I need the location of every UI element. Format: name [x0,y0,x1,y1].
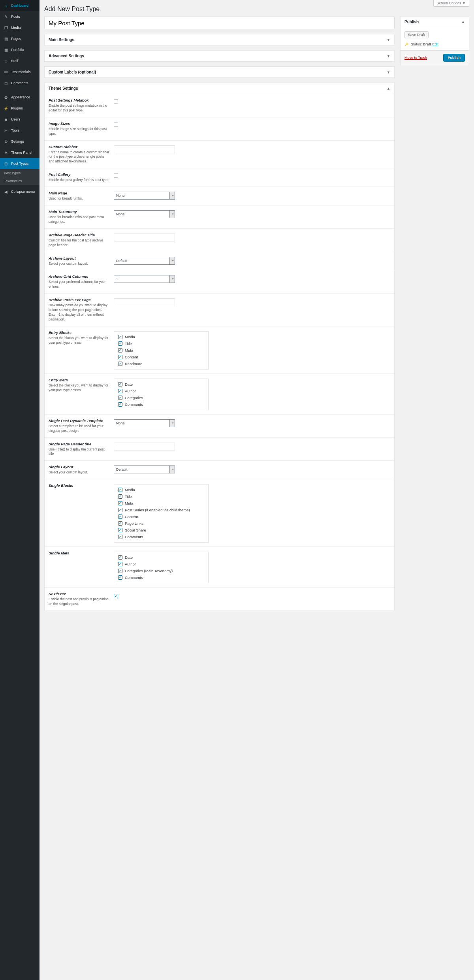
panel-header-advanced[interactable]: Advanced Settings ▼ [45,51,394,61]
checkbox-item[interactable]: Content [118,514,204,519]
text-input[interactable] [114,298,175,306]
checkbox[interactable] [118,575,122,580]
select-input[interactable]: Default [114,466,175,473]
move-to-trash-link[interactable]: Move to Trash [404,56,427,60]
field-row: Post GalleryEnable the post gallery for … [45,168,394,187]
sidebar-item-settings[interactable]: ⚙Settings [0,136,40,147]
chevron-down-icon: ▼ [387,38,390,42]
checkbox-item[interactable]: Title [118,341,204,346]
checkbox[interactable] [118,555,122,560]
checkbox-item[interactable]: Social Share [118,528,204,532]
sidebar-sub-post-types[interactable]: Post Types [0,169,40,177]
checkbox[interactable] [118,396,122,400]
checkbox-item[interactable]: Content [118,355,204,359]
checkbox[interactable] [114,99,118,104]
checkbox-item[interactable]: Post Series (if enabled via child theme) [118,508,204,512]
checkbox[interactable] [114,122,118,127]
checkbox[interactable] [118,389,122,393]
select-input[interactable]: None [114,419,175,427]
select-input[interactable]: 1 [114,275,175,283]
field-desc: Select your custom layout. [49,262,110,266]
sidebar-item-dashboard[interactable]: ⌂Dashboard [0,0,40,11]
checkbox-item[interactable]: Categories (Main Taxonomy) [118,569,204,573]
sidebar-item-staff[interactable]: ☺Staff [0,55,40,66]
checkbox[interactable] [118,341,122,346]
post-title-input[interactable] [44,17,395,29]
checkbox[interactable] [118,521,122,526]
checkbox[interactable] [118,501,122,505]
checkbox[interactable] [118,348,122,352]
sidebar-item-plugins[interactable]: ⚡Plugins [0,103,40,114]
field-title: Archive Page Header Title [49,233,110,237]
field-row: Main TaxonomyUsed for breadcrumbs and po… [45,205,394,229]
text-input[interactable] [114,145,175,153]
checkbox-item[interactable]: Date [118,555,204,560]
checkbox-item[interactable]: Comments [118,535,204,539]
field-desc: Select the blocks you want to display fo… [49,336,110,345]
checkbox-item[interactable]: Media [118,335,204,339]
panel-header-labels[interactable]: Custom Labels (optional) ▼ [45,67,394,77]
checkbox[interactable] [118,382,122,386]
field-row: Single LayoutSelect your custom layout.D… [45,461,394,479]
panel-header-main[interactable]: Main Settings ▼ [45,34,394,45]
field-desc: Enable the post gallery for this post ty… [49,178,110,183]
select-input[interactable]: None [114,192,175,200]
sidebar-item-appearance[interactable]: ✿Appearance [0,92,40,103]
checkbox[interactable] [118,528,122,532]
sidebar-item-portfolio[interactable]: ▦Portfolio [0,44,40,55]
publish-header[interactable]: Publish ▲ [401,17,469,27]
select-input[interactable]: None [114,210,175,218]
sidebar-item-comments[interactable]: ◻Comments [0,77,40,89]
checkbox[interactable] [114,594,118,598]
checkbox-item[interactable]: Title [118,494,204,499]
checkbox[interactable] [118,355,122,359]
menu-icon: ▤ [3,36,9,41]
checkbox[interactable] [118,569,122,573]
select-input[interactable]: Default [114,257,175,265]
checkbox[interactable] [118,535,122,539]
sidebar-item-tools[interactable]: ✄Tools [0,125,40,136]
publish-metabox: Publish ▲ Save Draft 🔑 Status: Draft Edi… [400,17,469,65]
checkbox[interactable] [118,514,122,519]
sidebar-item-posts[interactable]: ✎Posts [0,11,40,22]
sidebar-item-users[interactable]: ☻Users [0,114,40,125]
screen-options-button[interactable]: Screen Options ▼ [433,0,469,7]
checkbox-list: MediaTitleMetaPost Series (if enabled vi… [114,484,209,543]
sidebar-item-media[interactable]: ❐Media [0,22,40,33]
checkbox-item[interactable]: Comments [118,575,204,580]
sidebar-item-pages[interactable]: ▤Pages [0,33,40,44]
edit-status-link[interactable]: Edit [433,42,439,46]
checkbox-item[interactable]: Date [118,382,204,386]
checkbox-item[interactable]: Readmore [118,362,204,366]
save-draft-button[interactable]: Save Draft [404,31,429,38]
checkbox[interactable] [118,494,122,499]
field-row: Archive Page Header TitleCustom title fo… [45,229,394,252]
checkbox-item[interactable]: Meta [118,348,204,352]
checkbox-item[interactable]: Media [118,488,204,492]
checkbox-item[interactable]: Categories [118,396,204,400]
checkbox[interactable] [118,362,122,366]
text-input[interactable] [114,443,175,450]
checkbox[interactable] [118,508,122,512]
checkbox[interactable] [118,562,122,566]
text-input[interactable] [114,234,175,241]
sidebar-item-post-types[interactable]: ⊞Post Types [0,158,40,169]
checkbox-item[interactable]: Author [118,562,204,566]
checkbox-item[interactable]: Author [118,389,204,393]
checkbox[interactable] [118,335,122,339]
panel-header-theme[interactable]: Theme Settings ▲ [45,83,394,94]
checkbox[interactable] [118,488,122,492]
checkbox-list: MediaTitleMetaContentReadmore [114,331,209,369]
checkbox-item[interactable]: Comments [118,402,204,407]
sidebar-sub-taxonomies[interactable]: Taxonomies [0,177,40,185]
key-icon: 🔑 [404,43,408,46]
checkbox[interactable] [114,173,118,178]
publish-button[interactable]: Publish [443,54,465,62]
checkbox[interactable] [118,402,122,407]
checkbox-item[interactable]: Meta [118,501,204,505]
collapse-menu[interactable]: ◀ Collapse menu [0,186,40,197]
sidebar-item-theme-panel[interactable]: ✲Theme Panel [0,147,40,158]
sidebar-item-testimonials[interactable]: ✉Testimonials [0,66,40,77]
field-row: Archive Grid ColumnsSelect your preferre… [45,270,394,294]
checkbox-item[interactable]: Page Links [118,521,204,526]
